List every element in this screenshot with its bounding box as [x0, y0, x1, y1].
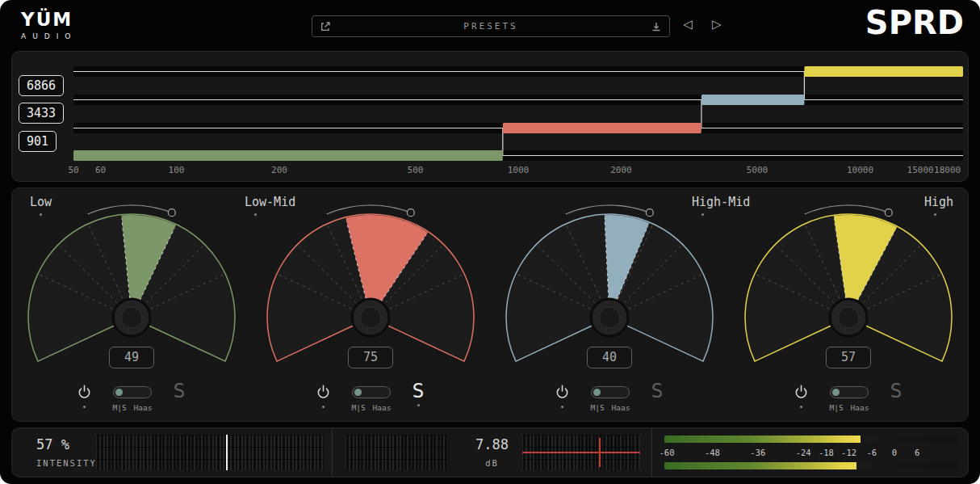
haas-label: Haas [851, 403, 869, 412]
power-icon [794, 385, 808, 398]
meter-tick-label: -48 [705, 448, 720, 457]
width-slider-right[interactable] [522, 435, 640, 470]
tilt-indicator-arc[interactable] [88, 205, 172, 214]
tilt-indicator-arc[interactable] [566, 205, 650, 214]
meter-scale: -60-48-36-24-18-12-606 [652, 428, 968, 477]
bands-panel: Low Low-Mid High-Mid High 49 [11, 187, 969, 422]
intensity-slider-handle[interactable] [226, 435, 228, 470]
tilt-indicator-arc[interactable] [805, 205, 889, 214]
intensity-section: 57 % INTENSITY [12, 428, 332, 477]
freq-tick-label: 2000 [610, 165, 632, 175]
band-module-low-mid: 75 M|S Haas [251, 188, 490, 421]
meter-tick-label: -12 [841, 448, 856, 457]
ms-haas-toggle[interactable] [830, 386, 869, 398]
automation-dot [40, 213, 42, 216]
yum-audio-logo: YÜM AUDIO [21, 9, 77, 40]
preset-menu[interactable]: PRESETS [331, 21, 651, 32]
power-icon [77, 385, 91, 398]
band-range-segment[interactable] [503, 123, 701, 133]
spread-value-box[interactable]: 40 [587, 347, 632, 368]
sprd-logo: SPRD [865, 4, 964, 41]
tilt-handle[interactable] [407, 209, 414, 217]
width-marker-handle[interactable] [599, 438, 601, 467]
plugin-window: YÜM AUDIO PRESETS ◁ ▷ SPRD 5060100200500… [0, 0, 980, 484]
band-label-text: High-Mid [692, 195, 750, 209]
tilt-indicator-arc[interactable] [327, 205, 411, 214]
power-icon [555, 385, 569, 398]
band-range-segment[interactable] [701, 95, 805, 105]
export-icon [320, 21, 331, 32]
crossover-freq-box[interactable]: 6866 [19, 75, 64, 96]
power-toggle[interactable] [77, 385, 91, 401]
spread-value-box[interactable]: 57 [826, 347, 871, 368]
automation-dot [254, 213, 257, 216]
power-icon [316, 385, 330, 398]
power-toggle[interactable] [794, 385, 808, 401]
logo-main-text: YÜM [21, 9, 77, 30]
meter-tick-label: -60 [660, 448, 675, 457]
intensity-value: 57 % [36, 436, 97, 452]
freq-tick-label: 5000 [747, 165, 769, 175]
tilt-handle[interactable] [885, 209, 892, 217]
tilt-handle[interactable] [646, 209, 653, 217]
freq-tick-label: 15000 [907, 165, 934, 175]
spread-value-box[interactable]: 49 [109, 347, 154, 368]
power-toggle[interactable] [316, 385, 330, 401]
prev-preset-button[interactable]: ◁ [683, 17, 693, 32]
dial-row: 49 M|S Haas [12, 188, 968, 421]
ms-label: M|S [351, 403, 365, 412]
band-range-segment[interactable] [73, 150, 503, 161]
band-label-text: Low [30, 195, 52, 209]
spread-value-box[interactable]: 75 [348, 347, 393, 368]
freq-tick-label: 10000 [847, 165, 873, 175]
band-controls: M|S Haas S [251, 385, 490, 412]
band-controls: M|S Haas S [12, 385, 251, 412]
ms-haas-toggle[interactable] [352, 386, 391, 398]
ms-haas-toggle[interactable] [113, 386, 152, 398]
automation-dot [561, 406, 563, 408]
freq-tick-label: 50 [68, 165, 78, 175]
haas-label: Haas [612, 403, 630, 412]
next-preset-button[interactable]: ▷ [712, 17, 722, 32]
band-label-text: Low-Mid [245, 195, 295, 209]
crossover-freq-box[interactable]: 3433 [19, 103, 64, 124]
preset-bar: PRESETS [312, 15, 670, 37]
ms-haas-toggle[interactable] [591, 386, 630, 398]
band-range-segment[interactable] [804, 66, 963, 77]
haas-label: Haas [373, 403, 392, 412]
power-toggle[interactable] [555, 385, 569, 401]
band-label-text: High [924, 195, 953, 209]
toggle-thumb [354, 389, 362, 396]
meter-tick-label: 0 [892, 448, 897, 457]
footer-bar: 57 % INTENSITY 7.88 dB -60-48-36-24-18-1… [11, 427, 969, 478]
band-controls: M|S Haas S [729, 385, 968, 412]
solo-button[interactable]: S [890, 383, 903, 399]
freq-tick-label: 200 [271, 165, 287, 175]
export-preset-button[interactable] [320, 21, 331, 32]
automation-dot [800, 406, 802, 408]
automation-dot [701, 213, 704, 216]
solo-button[interactable]: S [651, 383, 664, 399]
save-preset-button[interactable] [651, 21, 662, 32]
meter-tick-label: -36 [750, 448, 765, 457]
tilt-handle[interactable] [168, 209, 175, 217]
crossover-spectrum: 5060100200500100020005000100001500018000 [12, 52, 970, 181]
output-meter-section: -60-48-36-24-18-12-606 [651, 428, 968, 477]
crossover-freq-box[interactable]: 901 [19, 131, 57, 152]
logo-sub-text: AUDIO [21, 32, 77, 40]
ms-label: M|S [590, 403, 604, 412]
download-icon [651, 21, 662, 32]
band-module-high: 57 M|S Haas [729, 188, 968, 421]
automation-dot [934, 213, 936, 216]
intensity-label: INTENSITY [36, 458, 97, 468]
meter-tick-label: -24 [796, 448, 811, 457]
band-label-high: High [924, 195, 953, 216]
solo-button[interactable]: S [413, 383, 425, 399]
intensity-slider[interactable] [96, 435, 324, 470]
freq-tick-label: 500 [408, 165, 424, 175]
freq-tick-label: 18000 [934, 165, 961, 175]
band-controls: M|S Haas S [490, 385, 729, 412]
header-bar: YÜM AUDIO PRESETS ◁ ▷ SPRD [0, 0, 980, 50]
solo-button[interactable]: S [174, 383, 186, 399]
band-module-high-mid: 40 M|S Haas [490, 188, 729, 421]
